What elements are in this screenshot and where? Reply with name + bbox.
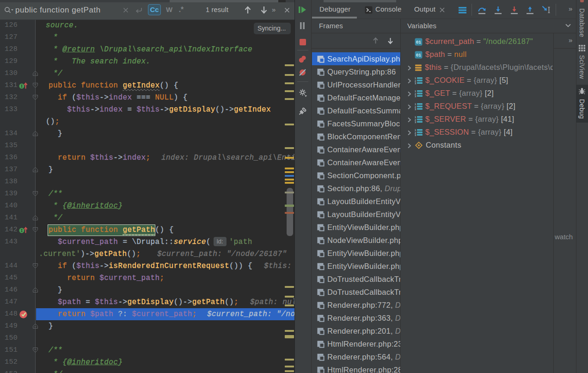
svg-text:01: 01 bbox=[416, 39, 422, 44]
svg-text:3: 3 bbox=[415, 108, 416, 110]
svg-text:3: 3 bbox=[415, 134, 416, 136]
svg-text:3: 3 bbox=[415, 121, 416, 123]
svg-text:3: 3 bbox=[415, 82, 416, 84]
svg-text:01: 01 bbox=[416, 52, 422, 57]
svg-text:3: 3 bbox=[415, 95, 416, 97]
